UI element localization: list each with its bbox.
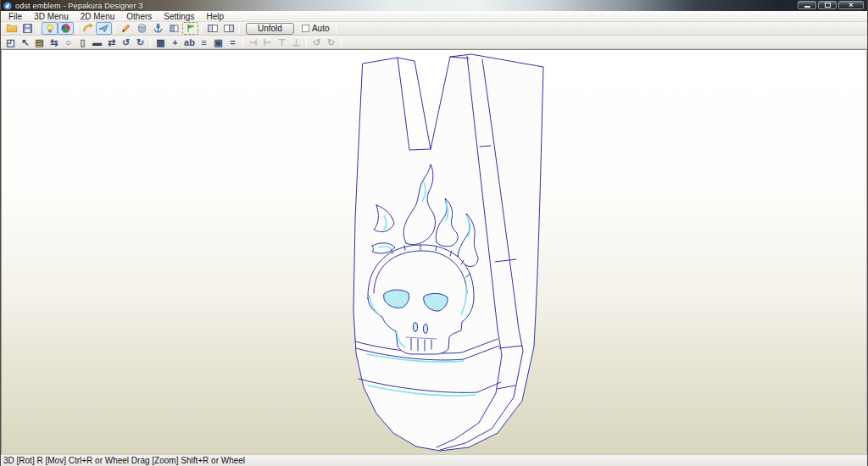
toolbar-main: UnfoldAuto xyxy=(1,22,867,36)
status-text: 3D [Rot] R [Mov] Ctrl+R or Wheel Drag [Z… xyxy=(3,456,245,465)
stamp-image-tool-icon[interactable]: ▤ xyxy=(32,36,47,48)
app-logo-icon xyxy=(3,2,12,10)
maximize-button[interactable] xyxy=(818,1,837,9)
box-part-tool-icon[interactable]: ▯ xyxy=(75,36,90,48)
toolbar-separator xyxy=(306,37,307,47)
toggle-texture-icon[interactable] xyxy=(58,22,74,35)
rotate-ccw-icon: ↺ xyxy=(309,36,324,48)
toolbar-separator xyxy=(341,37,342,47)
toolbar-separator xyxy=(38,24,39,34)
align-top-icon: ⊤ xyxy=(275,36,289,48)
toolbar-separator xyxy=(239,24,240,34)
statusbar: 3D [Rot] R [Mov] Ctrl+R or Wheel Drag [Z… xyxy=(1,454,867,466)
open-file-icon[interactable] xyxy=(3,22,19,35)
auto-unfold-checkbox-box[interactable] xyxy=(302,25,309,32)
toolbar-separator xyxy=(336,24,337,34)
select-region-tool-icon[interactable]: ▦ xyxy=(153,36,168,48)
align-bottom-icon: ⊥ xyxy=(289,36,303,48)
solid-view-icon[interactable] xyxy=(134,22,150,35)
auto-unfold-checkbox[interactable]: Auto xyxy=(302,24,330,33)
layout-3d-window-icon[interactable] xyxy=(204,22,220,35)
titlebar: odst emblem - Pepakura Designer 3 × xyxy=(1,0,867,11)
unfold-button[interactable]: Unfold xyxy=(246,23,294,35)
app-window: odst emblem - Pepakura Designer 3 × File… xyxy=(0,0,868,466)
minimize-button[interactable] xyxy=(798,1,816,9)
toolbar-separator xyxy=(114,24,115,34)
3d-model-wireframe xyxy=(342,50,554,453)
edit-mode-icon[interactable] xyxy=(118,22,134,35)
pan-view-icon[interactable] xyxy=(96,22,112,35)
undo-icon[interactable]: ↺ xyxy=(119,36,133,48)
save-file-icon[interactable] xyxy=(19,22,36,35)
anchor-tool-icon[interactable] xyxy=(150,22,166,35)
menu-settings[interactable]: Settings xyxy=(158,11,200,22)
auto-unfold-checkbox-label: Auto xyxy=(312,24,330,33)
close-button[interactable]: × xyxy=(838,1,864,9)
edge-id-tool-icon[interactable]: ab xyxy=(182,36,197,48)
toggle-light-icon[interactable] xyxy=(42,22,58,35)
viewport-3d[interactable] xyxy=(1,49,867,454)
rotate-cw-icon: ↻ xyxy=(324,36,338,48)
toolbar-2d: ◰↖▤⇆○▯▬⇄↺↻▦+ab≡▣=⊣⊢⊤⊥↺↻ xyxy=(1,36,867,49)
divide-edge-tool-icon[interactable]: ⇆ xyxy=(47,36,61,48)
cylinder-part-tool-icon[interactable]: ○ xyxy=(61,36,75,48)
cursor-tool-icon[interactable]: ↖ xyxy=(18,36,32,48)
menubar: File3D Menu2D MenuOthersSettingsHelp xyxy=(1,11,867,22)
frame-tool-icon[interactable]: ▣ xyxy=(211,36,225,48)
flip-part-tool-icon[interactable]: ⇄ xyxy=(104,36,119,48)
menu-3d-menu[interactable]: 3D Menu xyxy=(28,11,75,22)
rotate-view-icon[interactable] xyxy=(80,22,96,35)
menu-2d-menu[interactable]: 2D Menu xyxy=(75,11,121,22)
align-right-icon: ⊢ xyxy=(260,36,275,48)
open-box-view-icon[interactable] xyxy=(166,22,182,35)
toolbar-separator xyxy=(76,24,77,34)
menu-help[interactable]: Help xyxy=(200,11,230,22)
toolbar-separator xyxy=(242,37,243,47)
toolbar-separator xyxy=(201,24,202,34)
window-title: odst emblem - Pepakura Designer 3 xyxy=(15,2,143,10)
select-parts-tool-icon[interactable]: ◰ xyxy=(3,36,18,48)
redo-icon[interactable]: ↻ xyxy=(133,36,147,48)
flatten-tool-icon[interactable]: = xyxy=(225,36,240,48)
menu-file[interactable]: File xyxy=(3,11,28,22)
menu-others[interactable]: Others xyxy=(120,11,158,22)
toolbar-separator xyxy=(150,37,151,47)
crosshair-tool-icon[interactable]: + xyxy=(168,36,182,48)
align-left-icon: ⊣ xyxy=(246,36,260,48)
flat-part-tool-icon[interactable]: ▬ xyxy=(90,36,104,48)
window-controls: × xyxy=(798,1,864,9)
check-model-flag-icon[interactable] xyxy=(182,22,198,35)
layout-2d-window-icon[interactable] xyxy=(220,22,236,35)
layers-tool-icon[interactable]: ≡ xyxy=(197,36,211,48)
